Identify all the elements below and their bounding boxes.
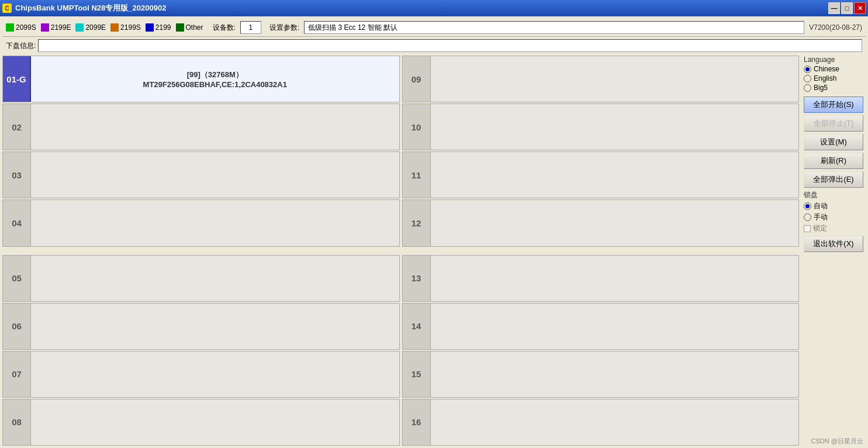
radio-manual[interactable] [804, 213, 811, 221]
disk-manual[interactable]: 手动 [804, 212, 863, 222]
slot-gap-left [2, 248, 400, 254]
version-label: V7200(20-08-27) [809, 23, 862, 32]
legend-label-other: Other [186, 23, 203, 32]
legend-other: Other [176, 23, 203, 32]
language-english[interactable]: English [804, 74, 863, 82]
legend-label-2099e: 2099E [85, 23, 106, 32]
slot-03-num: 03 [3, 152, 31, 198]
language-group: Language Chinese English Big5 [804, 56, 863, 92]
slot-15-content [431, 351, 799, 397]
legend-label-2199e: 2199E [51, 23, 71, 32]
slot-13[interactable]: 13 [402, 255, 800, 302]
language-big5-label: Big5 [814, 84, 828, 92]
slot-03[interactable]: 03 [2, 151, 400, 198]
radio-big5[interactable] [804, 84, 811, 92]
slot-07-num: 07 [3, 351, 31, 397]
slot-06[interactable]: 06 [2, 303, 400, 350]
legend-dot-2099s [6, 23, 14, 32]
watermark: CSDN @日星月云 [804, 435, 863, 446]
disk-manual-label: 手动 [814, 212, 828, 222]
disk-auto[interactable]: 自动 [804, 201, 863, 211]
disk-lock-label: 锁定 [813, 223, 827, 233]
exit-button[interactable]: 退出软件(X) [804, 236, 863, 252]
settings-button[interactable]: 设置(M) [804, 134, 863, 150]
checkbox-lock[interactable] [804, 225, 811, 232]
close-button[interactable]: ✕ [854, 2, 866, 14]
device-count-value: 1 [240, 21, 261, 34]
slot-16[interactable]: 16 [402, 399, 800, 446]
slot-14-num: 14 [403, 304, 431, 349]
refresh-button[interactable]: 刷新(R) [804, 153, 863, 169]
info-label: 下盘信息: [6, 41, 36, 51]
maximize-button[interactable]: □ [841, 2, 853, 14]
disk-lock-title: 锁盘 [804, 190, 863, 200]
slot-05-num: 05 [3, 256, 31, 301]
app-title: ChipsBank UMPTool N28专用版_20200902 [15, 3, 166, 13]
language-chinese-label: Chinese [814, 65, 839, 73]
slot-08[interactable]: 08 [2, 399, 400, 446]
slot-06-content [31, 304, 399, 349]
info-input[interactable] [38, 39, 862, 52]
slot-01-content: [99]（32768M） MT29F256G08EBHAF,CE:1,2CA40… [31, 56, 399, 102]
slot-01-num: 01-G [3, 56, 31, 102]
slot-04-content [31, 200, 399, 246]
stop-all-button[interactable]: 全部停止(T) [804, 115, 863, 132]
app-icon: C [2, 4, 12, 13]
slot-11-content [431, 152, 799, 198]
slot-09[interactable]: 09 [402, 56, 800, 102]
eject-all-button[interactable]: 全部弹出(E) [804, 171, 863, 188]
slot-12[interactable]: 12 [402, 199, 800, 246]
slot-07[interactable]: 07 [2, 351, 400, 398]
slot-13-num: 13 [403, 256, 431, 301]
radio-english[interactable] [804, 75, 811, 82]
disk-auto-label: 自动 [814, 201, 828, 211]
slot-07-content [31, 351, 399, 397]
legend-2199: 2199 [146, 23, 171, 32]
legend-label-2199s: 2199S [120, 23, 141, 32]
legend-dot-2099e [75, 23, 84, 32]
slot-10[interactable]: 10 [402, 104, 800, 150]
slot-05-content [31, 256, 399, 301]
disk-lock-check[interactable]: 锁定 [804, 223, 863, 233]
slot-11[interactable]: 11 [402, 151, 800, 198]
slot-05[interactable]: 05 [2, 255, 400, 302]
radio-chinese[interactable] [804, 66, 811, 73]
language-chinese[interactable]: Chinese [804, 65, 863, 73]
slot-16-content [431, 399, 799, 445]
slot-09-num: 09 [403, 56, 431, 102]
legend-2099e: 2099E [75, 23, 106, 32]
slot-10-num: 10 [403, 104, 431, 150]
slot-04-num: 04 [3, 200, 31, 246]
slot-06-num: 06 [3, 304, 31, 349]
settings-label: 设置参数: [269, 23, 299, 33]
slot-03-content [31, 152, 399, 198]
info-bar: 下盘信息: [2, 38, 866, 53]
right-panel: Language Chinese English Big5 全部开始(S) 全部… [801, 56, 866, 446]
legend-dot-2199s [110, 23, 119, 32]
radio-auto[interactable] [804, 202, 811, 210]
slot-01[interactable]: 01-G [99]（32768M） MT29F256G08EBHAF,CE:1,… [2, 56, 400, 102]
slot-08-content [31, 399, 399, 445]
grid-right: 09 10 11 12 13 14 [402, 56, 800, 446]
slot-15[interactable]: 15 [402, 351, 800, 398]
slot-02[interactable]: 02 [2, 104, 400, 150]
settings-value: 低级扫描 3 Ecc 12 智能 默认 [304, 21, 804, 34]
legend-dot-other [176, 23, 184, 32]
slot-14-content [431, 304, 799, 349]
minimize-button[interactable]: — [828, 2, 840, 14]
slot-gap-right [402, 248, 800, 254]
start-all-button[interactable]: 全部开始(S) [804, 97, 863, 113]
slot-04[interactable]: 04 [2, 199, 400, 246]
legend-label-2199: 2199 [155, 23, 171, 32]
disk-lock-group: 锁盘 自动 手动 锁定 [804, 190, 863, 233]
window-controls: — □ ✕ [828, 2, 866, 14]
legend-dot-2199e [41, 23, 49, 32]
title-bar: C ChipsBank UMPTool N28专用版_20200902 — □ … [0, 0, 868, 16]
slot-01-line2: MT29F256G08EBHAF,CE:1,2CA40832A1 [34, 80, 396, 89]
slot-14[interactable]: 14 [402, 303, 800, 350]
language-big5[interactable]: Big5 [804, 84, 863, 92]
slot-13-content [431, 256, 799, 301]
device-count-label: 设备数: [213, 23, 236, 33]
legend-2199e: 2199E [41, 23, 71, 32]
grid-left: 01-G [99]（32768M） MT29F256G08EBHAF,CE:1,… [2, 56, 400, 446]
